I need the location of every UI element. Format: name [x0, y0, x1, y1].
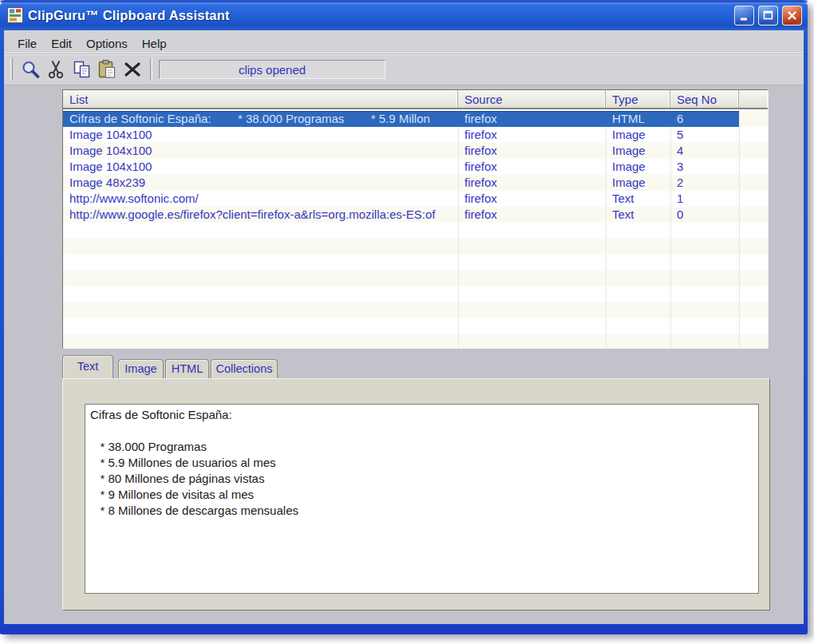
cell-type: Image: [606, 143, 670, 159]
menu-bar: File Edit Options Help: [4, 30, 804, 54]
column-header-source[interactable]: Source: [458, 90, 606, 108]
table-row[interactable]: http://www.softonic.com/ firefox Text 1: [63, 191, 739, 207]
tab-image[interactable]: Image: [118, 359, 164, 378]
cell-type: HTML: [606, 111, 670, 127]
table-row[interactable]: Image 104x100 firefox Image 3: [63, 159, 739, 175]
status-text: clips opened: [239, 63, 306, 77]
close-button[interactable]: [782, 6, 802, 26]
clip-text-content[interactable]: Cifras de Softonic España: * 38.000 Prog…: [85, 404, 759, 594]
window-controls: [734, 6, 802, 26]
cell-type: Image: [606, 127, 670, 143]
tab-text[interactable]: Text: [62, 355, 113, 378]
cell-type: Text: [606, 191, 670, 207]
tab-html[interactable]: HTML: [165, 359, 209, 378]
column-header-type[interactable]: Type: [606, 90, 670, 108]
maximize-icon: [762, 10, 774, 22]
cell-source: firefox: [458, 175, 606, 191]
delete-button[interactable]: [120, 57, 145, 82]
cell-source: firefox: [458, 207, 606, 223]
search-button[interactable]: [18, 57, 43, 82]
close-icon: [786, 10, 798, 22]
cell-seqno: 3: [670, 159, 739, 175]
menu-options[interactable]: Options: [79, 34, 135, 53]
paste-button[interactable]: [94, 57, 120, 82]
maximize-button[interactable]: [758, 6, 778, 26]
screenshot-root: ClipGuru™ Clipboard Assistant: [0, 0, 814, 644]
copy-button[interactable]: [69, 57, 94, 82]
gridline: [739, 111, 740, 348]
cell-list: Cifras de Softonic España: * 38.000 Prog…: [63, 111, 458, 127]
cell-source: firefox: [458, 159, 606, 175]
menu-file[interactable]: File: [10, 34, 44, 53]
toolbar-grip: [10, 58, 13, 81]
search-icon: [20, 59, 41, 81]
cell-list: Image 48x239: [63, 175, 458, 191]
tab-collections[interactable]: Collections: [211, 359, 278, 378]
column-header-list[interactable]: List: [63, 90, 458, 108]
cell-seqno: 0: [670, 207, 739, 223]
clip-list: List Source Type Seq No Cifras de Softon…: [62, 89, 769, 349]
cut-button[interactable]: [43, 57, 69, 82]
minimize-button[interactable]: [734, 6, 754, 26]
cell-seqno: 5: [670, 127, 739, 143]
title-bar[interactable]: ClipGuru™ Clipboard Assistant: [0, 0, 808, 30]
table-row[interactable]: http://www.google.es/firefox?client=fire…: [63, 207, 739, 223]
cell-list: Image 104x100: [63, 143, 458, 159]
cell-seqno: 6: [670, 111, 739, 127]
app-window: ClipGuru™ Clipboard Assistant: [0, 0, 808, 634]
status-box: clips opened: [159, 60, 385, 79]
menu-help[interactable]: Help: [135, 34, 174, 53]
list-body[interactable]: Cifras de Softonic España: * 38.000 Prog…: [63, 111, 768, 348]
cell-seqno: 4: [670, 143, 739, 159]
cell-type: Image: [606, 175, 670, 191]
cell-list: http://www.softonic.com/: [63, 191, 458, 207]
cell-source: firefox: [458, 191, 606, 207]
cut-icon: [45, 59, 66, 80]
cell-list: Image 104x100: [63, 127, 458, 143]
cell-list: http://www.google.es/firefox?client=fire…: [63, 207, 458, 223]
tab-strip: Text Image HTML Collections: [62, 357, 279, 378]
menu-edit[interactable]: Edit: [44, 34, 79, 53]
column-header-blank: [739, 90, 768, 108]
cell-seqno: 2: [670, 175, 739, 191]
paste-icon: [96, 58, 118, 81]
cell-seqno: 1: [670, 191, 739, 207]
minimize-icon: [738, 10, 750, 22]
cell-list: Image 104x100: [63, 159, 458, 175]
cell-type: Text: [606, 207, 670, 223]
table-row[interactable]: Cifras de Softonic España: * 38.000 Prog…: [63, 111, 739, 127]
toolbar: clips opened: [4, 54, 804, 85]
cell-type: Image: [606, 159, 670, 175]
window-title: ClipGuru™ Clipboard Assistant: [28, 8, 734, 23]
table-row[interactable]: Image 48x239 firefox Image 2: [63, 175, 739, 191]
cell-source: firefox: [458, 111, 606, 127]
app-icon[interactable]: [7, 7, 23, 23]
text-tab-panel: Cifras de Softonic España: * 38.000 Prog…: [62, 378, 770, 610]
toolbar-separator: [150, 58, 152, 81]
table-row[interactable]: Image 104x100 firefox Image 4: [63, 143, 739, 159]
cell-source: firefox: [458, 127, 606, 143]
delete-icon: [122, 59, 143, 80]
copy-icon: [71, 59, 93, 81]
table-row[interactable]: Image 104x100 firefox Image 5: [63, 127, 739, 143]
column-header-seqno[interactable]: Seq No: [670, 90, 739, 108]
cell-source: firefox: [458, 143, 606, 159]
list-header: List Source Type Seq No: [63, 90, 768, 109]
client-area: File Edit Options Help: [4, 30, 804, 624]
